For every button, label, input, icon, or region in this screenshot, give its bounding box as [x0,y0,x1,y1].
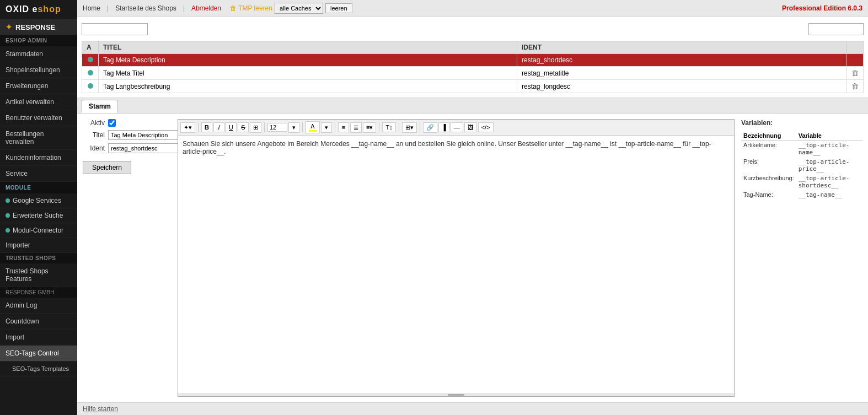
logo-area: OXID eshop [0,0,77,19]
sidebar-item-import[interactable]: Import [0,330,77,346]
rte-underline-button[interactable]: U [226,122,237,132]
trusted-shops-label: TRUSTED SHOPS [0,253,77,263]
rte-link-button[interactable]: 🔗 [423,122,437,133]
rte-bold-button[interactable]: B [201,122,212,132]
response-logo: ✦ RESPONSE [0,19,77,35]
nav-sep2: | [183,4,185,12]
google-services-label: Google Services [13,197,61,204]
sidebar-item-seo-tags-control[interactable]: SEO-Tags Control [0,346,77,362]
rte-table-button[interactable]: ⊞▾ [402,122,417,133]
rte-strike-button[interactable]: S [238,122,249,132]
table-row[interactable]: Tag Meta Titel restag_metatitle 🗑 [82,67,864,80]
var-bezeichnung: Preis: [741,157,796,174]
sidebar-item-service[interactable]: Service [0,166,77,182]
sidebar-item-countdown[interactable]: Countdown [0,314,77,330]
variable-row: Artikelname: __top-article-name__ [741,141,862,158]
table-row[interactable]: Tag Langbeschreibung restag_longdesc 🗑 [82,80,864,93]
row-ident-cell: restag_longdesc [517,80,847,93]
nav-startseite[interactable]: Startseite des Shops [115,4,176,12]
col-variable: Variable [796,131,862,141]
hilfe-starten-link[interactable]: Hilfe starten [83,405,118,413]
var-bezeichnung: Artikelname: [741,141,796,158]
row-del-cell[interactable]: 🗑 [847,67,864,80]
rte-color-button[interactable]: A [306,121,320,133]
rte-sep6 [399,122,399,132]
status-active-icon [88,57,93,62]
rte-font-size-input[interactable] [267,123,287,132]
variable-row: Tag-Name: __tag-name__ [741,190,862,200]
nav-sep1: | [107,4,109,12]
rte-sep1 [198,122,199,132]
col-header-del [847,41,864,54]
row-title-cell: Tag Meta Titel [99,67,517,80]
rte-color-arrow[interactable]: ▾ [321,122,332,133]
rte-special-button[interactable]: ⊞ [250,122,261,133]
rte-sep7 [420,122,420,132]
variables-table: Bezeichnung Variable Artikelname: __top-… [741,131,862,200]
sidebar-item-kundeninformation[interactable]: Kundeninformation [0,150,77,166]
ident-label: Ident [83,144,105,152]
var-bezeichnung: Kurzbeschreibung: [741,174,796,190]
rte-font-t-button[interactable]: T↕ [382,122,395,132]
sidebar-item-artikel-verwalten[interactable]: Artikel verwalten [0,94,77,110]
rte-image-button[interactable]: 🖼 [464,122,477,132]
rte-sep3 [302,122,303,132]
rte-content-area[interactable]: Schauen Sie sich unsere Angebote im Bere… [178,136,734,393]
rte-magic-button[interactable]: ✦▾ [180,122,195,133]
tab-stamm[interactable]: Stamm [82,100,118,113]
sidebar-item-stammdaten[interactable]: Stammdaten [0,46,77,62]
sidebar-item-admin-log[interactable]: Admin Log [0,298,77,314]
ident-row: Ident [83,143,171,153]
rte-resize-handle[interactable] [178,393,734,396]
top-navigation: Home | Startseite des Shops | Abmelden 🗑… [77,0,868,17]
sidebar-item-importer[interactable]: Importer [0,238,77,253]
search-input-left[interactable] [82,23,148,35]
rte-embed-button[interactable]: ▐ [438,122,449,132]
row-status-cell [82,80,99,93]
sidebar-item-bestellungen-verwalten[interactable]: Bestellungen verwalten [0,126,77,150]
rich-text-editor: ✦▾ B I U S ⊞ ▾ A [178,119,735,397]
rte-source-button[interactable]: </> [478,122,494,132]
sidebar-item-modul-connector[interactable]: Modul-Connector [0,223,77,238]
row-ident-cell: restag_metatitle [517,67,847,80]
search-input-right[interactable] [808,23,864,35]
rte-italic-button[interactable]: I [213,122,224,132]
nav-home[interactable]: Home [83,4,100,12]
sidebar-item-google-services[interactable]: Google Services [0,193,77,208]
rte-font-size-arrow[interactable]: ▾ [288,122,299,133]
table-row[interactable]: Tag Meta Description restag_shortdesc [82,54,864,67]
edit-form: Aktiv Titel Ident Speichern [83,119,171,397]
sidebar: OXID eshop ✦ RESPONSE ESHOP ADMIN Stammd… [0,0,77,415]
aktiv-checkbox[interactable] [108,119,116,127]
oxid-logo: OXID eshop [6,4,72,14]
sidebar-item-shopeinstellungen[interactable]: Shopeinstellungen [0,62,77,78]
col-header-a: A [82,41,99,54]
tmp-label: 🗑 TMP leeren [230,4,272,12]
var-code: __top-article-name__ [796,141,862,158]
save-button[interactable]: Speichern [83,161,131,174]
rte-hr-button[interactable]: — [451,122,463,132]
rte-align-button[interactable]: ≡▾ [363,122,376,133]
sidebar-item-benutzer-verwalten[interactable]: Benutzer verwalten [0,110,77,126]
delete-icon[interactable]: 🗑 [851,69,859,77]
cache-select[interactable]: alle Caches [275,3,323,14]
row-del-cell[interactable]: 🗑 [847,80,864,93]
var-bezeichnung: Tag-Name: [741,190,796,200]
rte-list-ol-button[interactable]: ≣ [350,122,362,133]
rte-sep2 [264,122,265,132]
leeren-button[interactable]: leeren [325,3,352,13]
sidebar-item-erweiterte-suche[interactable]: Erweiterte Suche [0,208,77,223]
variable-row: Kurzbeschreibung: __top-article-shortdes… [741,174,862,190]
content-area: A TITEL IDENT Tag Meta Description [77,17,868,415]
titel-label: Titel [83,131,105,139]
rte-color-a: A [310,123,314,130]
module-section-label: MODULE [0,182,77,193]
nav-abmelden[interactable]: Abmelden [191,4,221,12]
rte-sep4 [335,122,335,132]
sidebar-item-seo-tags-templates[interactable]: SEO-Tags Templates [0,362,77,376]
delete-icon[interactable]: 🗑 [851,82,859,90]
sidebar-item-erweiterungen[interactable]: Erweiterungen [0,78,77,94]
sidebar-item-trusted-shops-features[interactable]: Trusted Shops Features [0,263,77,287]
row-status-cell [82,67,99,80]
rte-list-ul-button[interactable]: ≡ [338,122,349,132]
